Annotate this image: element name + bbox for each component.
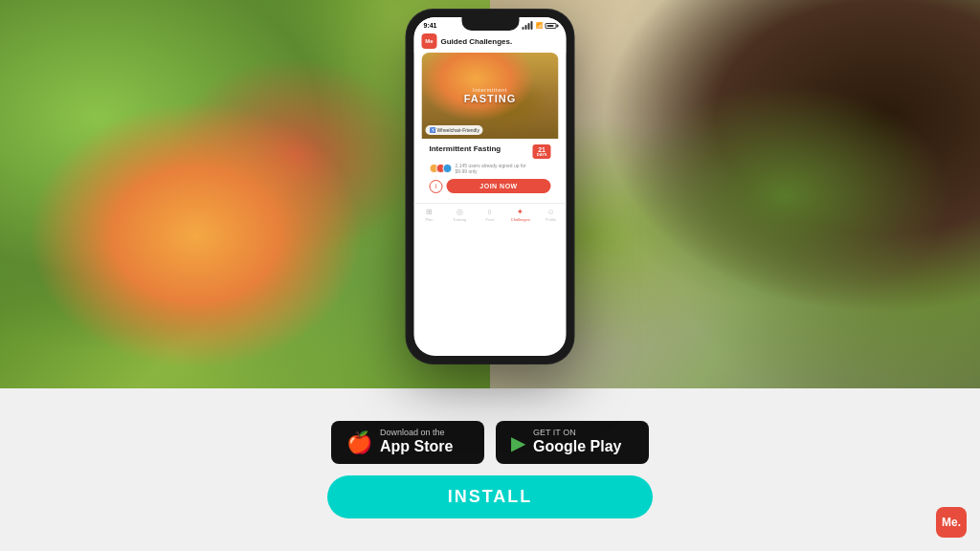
food-label: Food xyxy=(485,217,494,222)
me-watermark: Me. xyxy=(936,507,967,538)
wifi-icon: 📶 xyxy=(536,22,543,29)
challenges-label: Challenges xyxy=(511,217,530,222)
app-header: Me Guided Challenges. xyxy=(414,32,567,53)
wheelchair-badge: ♿ Wheelchair-Friendly xyxy=(426,125,483,135)
app-store-text: Download on the App Store xyxy=(380,429,453,455)
wheelchair-icon: ♿ xyxy=(430,127,435,133)
card-top-row: Intermittent Fasting 21 DAYS xyxy=(430,144,551,159)
challenge-title: FASTING xyxy=(464,93,517,104)
google-play-text: GET IT ON Google Play xyxy=(533,429,621,455)
food-icon: ⍬ xyxy=(487,208,492,216)
nav-challenges[interactable]: ✦ Challenges xyxy=(505,208,536,222)
join-row: i JOIN NOW xyxy=(430,179,551,193)
signal-icon xyxy=(523,21,533,30)
phone-screen: 9:41 📶 Me Guided Challen xyxy=(414,17,567,356)
google-play-button[interactable]: ▶ GET IT ON Google Play xyxy=(496,421,649,463)
days-badge: 21 DAYS xyxy=(533,144,551,159)
app-title: Guided Challenges. xyxy=(441,37,513,46)
challenges-icon: ✦ xyxy=(517,208,523,216)
app-store-button[interactable]: 🍎 Download on the App Store xyxy=(331,421,484,463)
users-row: 2,145 users already signed up for$9.99 o… xyxy=(430,163,551,174)
profile-label: Profile xyxy=(546,217,556,222)
google-play-big-label: Google Play xyxy=(533,437,621,455)
battery-icon xyxy=(546,23,557,29)
challenge-image: Intermittent FASTING ♿ Wheelchair-Friend… xyxy=(422,53,559,139)
plan-icon: ⊞ xyxy=(426,208,433,216)
join-now-button[interactable]: JOIN NOW xyxy=(447,179,551,193)
phone-mockup: 9:41 📶 Me Guided Challen xyxy=(407,10,574,364)
app-store-big-label: App Store xyxy=(380,437,453,455)
plan-label: Plan xyxy=(425,217,433,222)
challenge-card: Intermittent FASTING ♿ Wheelchair-Friend… xyxy=(422,53,559,199)
store-buttons-container: 🍎 Download on the App Store ▶ GET IT ON … xyxy=(331,421,649,463)
phone-time: 9:41 xyxy=(424,22,437,29)
training-label: Training xyxy=(453,217,466,222)
nav-training[interactable]: ◎ Training xyxy=(444,208,475,222)
phone-body: 9:41 📶 Me Guided Challen xyxy=(407,10,574,364)
app-store-small-label: Download on the xyxy=(380,429,453,437)
avatar-3 xyxy=(443,164,453,173)
nav-food[interactable]: ⍬ Food xyxy=(475,208,505,222)
google-play-small-label: GET IT ON xyxy=(533,429,621,437)
nav-plan[interactable]: ⊞ Plan xyxy=(414,208,445,222)
status-icons: 📶 xyxy=(523,21,557,30)
phone-nav: ⊞ Plan ◎ Training ⍬ Food ✦ Challenges ☺ xyxy=(414,203,567,224)
info-icon[interactable]: i xyxy=(430,180,443,193)
user-avatars xyxy=(430,164,453,173)
card-body: Intermittent Fasting 21 DAYS xyxy=(422,139,559,199)
profile-icon: ☺ xyxy=(547,208,555,216)
users-text: 2,145 users already signed up for$9.99 o… xyxy=(456,163,526,174)
install-button[interactable]: INSTALL xyxy=(327,475,653,518)
challenge-name: Intermittent Fasting xyxy=(430,144,501,154)
google-play-icon: ▶ xyxy=(511,433,525,452)
wheelchair-label: Wheelchair-Friendly xyxy=(437,127,479,133)
apple-icon: 🍎 xyxy=(346,432,372,453)
nav-profile[interactable]: ☺ Profile xyxy=(536,208,567,222)
training-icon: ◎ xyxy=(457,208,463,216)
days-label: DAYS xyxy=(537,153,547,157)
bottom-area: 🍎 Download on the App Store ▶ GET IT ON … xyxy=(0,388,980,551)
phone-notch xyxy=(461,17,519,31)
me-logo: Me xyxy=(422,33,437,49)
